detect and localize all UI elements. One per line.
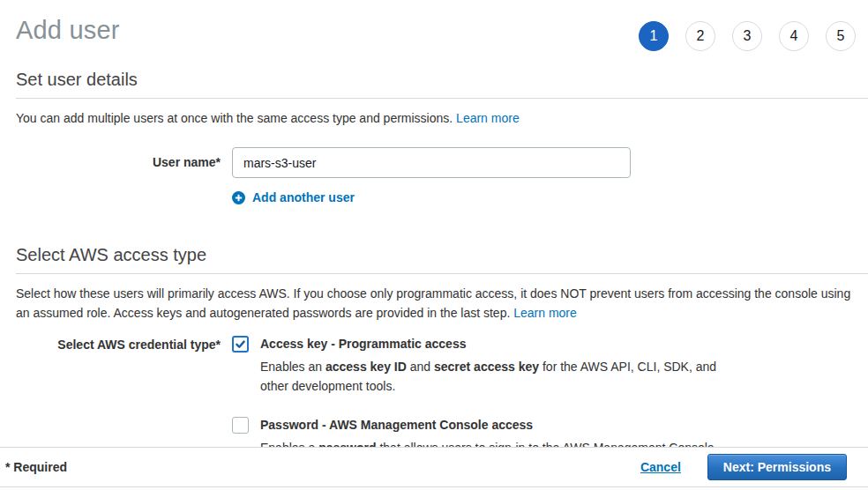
add-another-user-button[interactable]: Add another user <box>232 190 868 204</box>
access-type-description: Select how these users will primarily ac… <box>16 284 860 323</box>
step-3: 3 <box>732 21 762 51</box>
desc-part: and <box>407 360 434 374</box>
username-label: User name* <box>0 147 221 169</box>
page-title: Add user <box>16 16 120 45</box>
access-type-description-text: Select how these users will primarily ac… <box>16 286 850 320</box>
plus-circle-icon <box>232 191 245 204</box>
desc-part: Enables an <box>260 360 326 374</box>
username-row: User name* <box>0 147 868 178</box>
set-user-details-section: Set user details You can add multiple us… <box>0 70 868 204</box>
wizard-step-indicator: 1 2 3 4 5 <box>639 21 856 51</box>
credential-type-label: Select AWS credential type* <box>0 336 221 352</box>
wizard-footer: * Required Cancel Next: Permissions <box>0 447 868 487</box>
desc-part-bold: access key ID <box>326 360 407 374</box>
user-details-description: You can add multiple users at once with … <box>16 108 860 128</box>
access-key-option-title: Access key - Programmatic access <box>260 336 741 353</box>
checkmark-icon <box>235 338 246 350</box>
user-details-description-text: You can add multiple users at once with … <box>16 111 453 125</box>
add-another-user-label: Add another user <box>252 190 355 204</box>
section-heading-user-details: Set user details <box>16 70 868 99</box>
password-checkbox[interactable] <box>232 417 249 434</box>
access-key-option-row: Select AWS credential type* Access key -… <box>0 336 868 396</box>
learn-more-link-2[interactable]: Learn more <box>513 306 577 320</box>
step-2: 2 <box>685 21 715 51</box>
password-option-title: Password - AWS Management Console access <box>260 417 741 434</box>
access-key-option-text: Access key - Programmatic access Enables… <box>260 336 741 396</box>
step-4: 4 <box>779 21 809 51</box>
next-permissions-button[interactable]: Next: Permissions <box>707 454 847 480</box>
required-note: * Required <box>5 460 67 474</box>
select-access-type-section: Select AWS access type Select how these … <box>0 245 868 457</box>
cancel-button[interactable]: Cancel <box>640 460 681 474</box>
desc-part-bold: secret access key <box>434 360 539 374</box>
step-1-current: 1 <box>639 21 669 51</box>
step-5: 5 <box>826 21 856 51</box>
access-key-option-desc: Enables an access key ID and secret acce… <box>260 357 741 396</box>
username-input[interactable] <box>232 147 631 178</box>
section-heading-access-type: Select AWS access type <box>16 245 868 274</box>
wizard-header: Add user 1 2 3 4 5 <box>0 0 868 51</box>
access-key-checkbox[interactable] <box>232 336 249 353</box>
learn-more-link[interactable]: Learn more <box>456 111 520 125</box>
